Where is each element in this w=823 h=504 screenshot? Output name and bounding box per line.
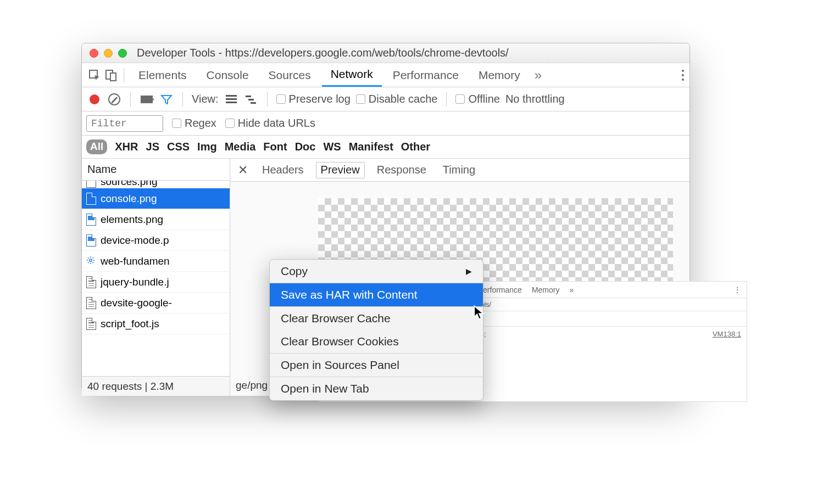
list-item[interactable]: console.png [82, 188, 230, 209]
status-bar: 40 requests | 2.3M [82, 376, 230, 396]
tab-memory[interactable]: Memory [470, 63, 529, 87]
list-item[interactable]: jquery-bundle.j [82, 272, 230, 293]
minimize-window-button[interactable] [104, 49, 113, 58]
svg-rect-5 [226, 98, 237, 100]
file-name: web-fundamen [101, 255, 170, 267]
regex-checkbox[interactable]: Regex [172, 117, 216, 130]
type-doc[interactable]: Doc [295, 141, 316, 153]
preserve-log-checkbox[interactable]: Preserve log [276, 93, 351, 105]
svg-rect-8 [248, 99, 254, 100]
list-item[interactable]: devsite-google- [82, 293, 230, 313]
regex-label: Regex [185, 117, 216, 130]
record-button[interactable] [87, 92, 102, 107]
svg-rect-4 [226, 95, 237, 97]
tab-preview[interactable]: Preview [316, 162, 365, 178]
offline-checkbox[interactable]: Offline [455, 93, 499, 105]
menu-label: Clear Browser Cookies [281, 335, 399, 348]
type-all[interactable]: All [86, 139, 107, 154]
type-img[interactable]: Img [197, 141, 217, 153]
tab-performance[interactable]: Performance [384, 63, 468, 87]
svg-marker-19 [474, 306, 483, 319]
list-item[interactable]: sources.png [82, 181, 230, 188]
type-media[interactable]: Media [225, 141, 256, 153]
list-item[interactable]: web-fundamen [82, 251, 230, 272]
preserve-log-label: Preserve log [289, 93, 351, 105]
type-other[interactable]: Other [401, 141, 430, 153]
tab-headers[interactable]: Headers [258, 162, 308, 178]
tab-timing[interactable]: Timing [438, 162, 480, 178]
network-toolbar: View: Preserve log Disable cache Offline… [82, 87, 689, 111]
menu-clear-cookies[interactable]: Clear Browser Cookies [270, 330, 483, 353]
device-toggle-icon[interactable] [104, 68, 118, 82]
large-rows-icon[interactable] [224, 92, 238, 107]
list-item[interactable]: script_foot.js [82, 313, 230, 334]
type-xhr[interactable]: XHR [115, 141, 138, 153]
view-label: View: [192, 93, 219, 105]
overflow-icon: » [569, 285, 574, 294]
svg-rect-3 [110, 73, 116, 81]
disable-cache-label: Disable cache [369, 93, 438, 105]
window-title: Developer Tools - https://developers.goo… [137, 47, 509, 59]
request-list: sources.png console.png elements.png dev… [82, 181, 230, 376]
type-js[interactable]: JS [146, 141, 159, 153]
file-icon [86, 181, 96, 188]
menu-label: Save as HAR with Content [281, 288, 418, 301]
requests-panel: Name sources.png console.png elements.pn… [82, 159, 230, 396]
image-file-icon [86, 234, 96, 247]
menu-open-sources[interactable]: Open in Sources Panel [270, 354, 483, 377]
menu-label: Open in Sources Panel [281, 359, 399, 372]
list-item[interactable]: device-mode.p [82, 230, 230, 251]
maximize-window-button[interactable] [118, 49, 127, 58]
context-menu: Copy▶ Save as HAR with Content Clear Bro… [269, 259, 483, 401]
list-item[interactable]: elements.png [82, 209, 230, 230]
svg-rect-6 [226, 102, 237, 103]
menu-save-har[interactable]: Save as HAR with Content [270, 283, 483, 306]
tab-elements[interactable]: Elements [130, 63, 196, 87]
devtools-menu-icon[interactable] [682, 70, 684, 81]
tab-response[interactable]: Response [372, 162, 431, 178]
menu-clear-cache[interactable]: Clear Browser Cache [270, 307, 483, 330]
submenu-arrow-icon: ▶ [466, 267, 472, 276]
separator [446, 92, 447, 107]
separator [124, 68, 124, 82]
type-css[interactable]: CSS [167, 141, 190, 153]
overflow-tabs-icon[interactable]: » [535, 68, 542, 83]
inner-tab: Memory [532, 285, 560, 294]
type-filter-bar: All XHR JS CSS Img Media Font Doc WS Man… [82, 136, 689, 159]
inner-menu-icon: ⋮ [733, 285, 741, 294]
filter-toggle-icon[interactable] [159, 92, 174, 107]
filter-input[interactable] [86, 115, 163, 132]
tab-network[interactable]: Network [322, 63, 382, 87]
detail-tabs: ✕ Headers Preview Response Timing [230, 159, 689, 182]
file-name: device-mode.p [101, 234, 169, 247]
cursor-icon [474, 305, 485, 320]
menu-label: Copy [281, 265, 308, 278]
svg-line-18 [92, 257, 93, 259]
clear-button[interactable] [107, 92, 121, 107]
disable-cache-checkbox[interactable]: Disable cache [356, 93, 438, 105]
gear-icon [86, 255, 96, 267]
type-font[interactable]: Font [263, 141, 287, 153]
type-manifest[interactable]: Manifest [349, 141, 393, 153]
inner-tab: Performance [478, 285, 522, 294]
tab-sources[interactable]: Sources [260, 63, 320, 87]
waterfall-view-icon[interactable] [244, 92, 258, 107]
offline-label: Offline [468, 93, 499, 105]
file-name: script_foot.js [101, 318, 159, 330]
main-tab-bar: Elements Console Sources Network Perform… [82, 63, 689, 87]
name-column-header[interactable]: Name [82, 159, 230, 181]
throttling-dropdown[interactable]: No throttling [505, 93, 565, 105]
inspect-element-icon[interactable] [87, 68, 102, 82]
script-file-icon [86, 318, 96, 330]
tab-console[interactable]: Console [198, 63, 258, 87]
close-window-button[interactable] [90, 49, 98, 58]
close-detail-button[interactable]: ✕ [236, 163, 250, 177]
capture-screenshot-icon[interactable] [140, 92, 154, 107]
hide-data-urls-checkbox[interactable]: Hide data URLs [225, 117, 315, 130]
menu-label: Clear Browser Cache [281, 312, 391, 325]
menu-open-tab[interactable]: Open in New Tab [270, 377, 483, 400]
menu-copy[interactable]: Copy▶ [270, 260, 483, 283]
type-ws[interactable]: WS [323, 141, 341, 153]
image-file-icon [86, 214, 96, 226]
svg-point-10 [90, 259, 92, 261]
